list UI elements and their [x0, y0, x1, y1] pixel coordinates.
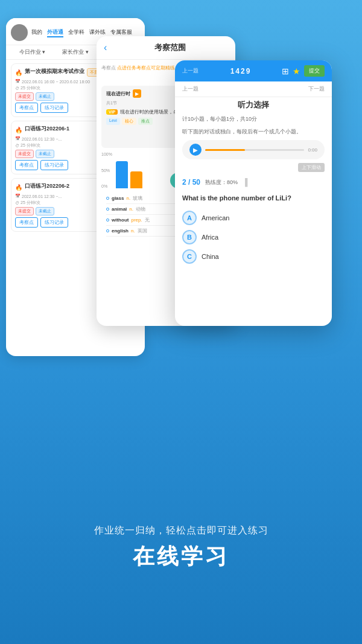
next-arrow[interactable]: 下一题 — [308, 85, 325, 93]
tab-waiyu[interactable]: 外语通 — [47, 28, 63, 37]
star-icon[interactable]: ★ — [293, 66, 300, 76]
submit-button[interactable]: 提交 — [304, 65, 325, 77]
vip-tag: VIP — [106, 109, 118, 115]
bullet-0 — [106, 197, 109, 200]
quiz-question: What is the phone number of LiLi? — [175, 190, 332, 206]
option-b[interactable]: B Africa — [182, 230, 325, 244]
observe-btn-1[interactable]: 考察点 — [15, 103, 38, 113]
quiz-progress: 2 / 50 熟练度：80% ▐ — [175, 174, 332, 190]
chart-bar-orange — [130, 171, 142, 188]
bullet-1 — [106, 208, 109, 211]
middle-title: 考察范围 — [112, 42, 228, 53]
practice-btn-3[interactable]: 练习记录 — [40, 217, 68, 228]
assignment-title-2: 口语练习202206-1 — [25, 125, 69, 133]
option-circle-b: B — [182, 230, 197, 244]
play-icon[interactable]: ▶ — [133, 89, 141, 98]
option-text-a: American — [202, 214, 229, 222]
fire-icon-2: 🔥 — [15, 127, 22, 133]
back-arrow-icon[interactable]: ‹ — [104, 42, 107, 53]
quiz-sub-description: 听下面的对话或独白，每段后有一个或几个小题。 — [175, 126, 332, 138]
audio-progress-bar — [205, 149, 304, 151]
middle-header: ‹ 考察范围 — [97, 36, 235, 60]
avatar — [11, 24, 28, 41]
option-a[interactable]: A American — [182, 211, 325, 225]
chart-bars — [116, 155, 142, 188]
quiz-header: 上一题 1 4 2 9 ⊞ ★ 提交 — [175, 60, 332, 81]
scroll-hint: 上下滑动 — [298, 163, 325, 172]
quiz-icons: ⊞ ★ 提交 — [282, 65, 325, 77]
audio-play-button[interactable]: ▶ — [189, 144, 202, 156]
chart-bar-blue — [116, 161, 128, 188]
tab-mine[interactable]: 我的 — [31, 28, 42, 37]
filter-today[interactable]: 今日作业 ▾ — [19, 48, 46, 56]
screen: 我的 外语通 全学科 课外练 专属客服 今日作业 ▾ 家长作业 ▾ 全部状态 ▾… — [0, 0, 362, 644]
quiz-num-4: 9 — [246, 67, 250, 75]
highlight-text: 点进任务考察点可定期精练 — [117, 65, 175, 71]
quiz-num-2: 4 — [235, 67, 240, 75]
option-c[interactable]: C China — [182, 249, 325, 264]
quiz-num-1: 1 — [230, 67, 235, 75]
filter-parent[interactable]: 家长作业 ▾ — [62, 48, 89, 56]
tab-extra[interactable]: 课外练 — [89, 28, 106, 37]
quiz-options: A American B Africa C China — [175, 207, 332, 272]
audio-time: 0:00 — [308, 147, 317, 153]
progress-bar-icon: ▐ — [243, 178, 248, 187]
grid-icon[interactable]: ⊞ — [282, 66, 289, 76]
audio-player[interactable]: ▶ 0:00 — [182, 140, 325, 159]
tab-allsubject[interactable]: 全学科 — [68, 28, 84, 37]
subtitle-text: 作业统一归纳，轻松点击即可进入练习 — [0, 524, 362, 537]
prev-arrow[interactable]: 上一题 — [182, 85, 198, 93]
bottom-section: 作业统一归纳，轻松点击即可进入练习 在线学习 — [0, 524, 362, 572]
mastery-text: 熟练度：80% — [205, 179, 238, 187]
chart-y-labels: 100% 50% 0% — [101, 152, 112, 188]
quiz-description: 计10小题，每小题1分，共10分 — [175, 113, 332, 126]
assignment-title-1: 第一次模拟期末考试作业 — [25, 68, 84, 75]
option-circle-a: A — [182, 211, 197, 225]
observe-btn-3[interactable]: 考察点 — [15, 217, 38, 228]
quiz-num-3: 2 — [241, 67, 245, 75]
quiz-section-title: 听力选择 — [175, 97, 332, 113]
bullet-3 — [106, 229, 109, 232]
fire-icon-1: 🔥 — [15, 69, 22, 76]
option-text-b: Africa — [202, 234, 218, 241]
section-label: 考察点 点进任务考察点可定期精练 — [101, 65, 175, 71]
practice-btn-2[interactable]: 练习记录 — [40, 160, 68, 170]
option-circle-c: C — [182, 249, 197, 264]
quiz-nav-arrows: 上一题 下一题 — [175, 81, 332, 97]
main-title: 在线学习 — [0, 542, 362, 572]
option-text-c: China — [202, 253, 219, 260]
fire-icon-3: 🔥 — [15, 184, 22, 191]
quiz-card: 上一题 1 4 2 9 ⊞ ★ 提交 上一题 下一题 听力选择 计10小题，每小… — [175, 60, 332, 326]
progress-number: 2 / 50 — [182, 178, 200, 187]
prev-label[interactable]: 上一题 — [182, 67, 198, 75]
quiz-nav: 上一题 — [182, 67, 198, 75]
observe-btn-2[interactable]: 考察点 — [15, 160, 38, 170]
audio-bar-fill — [205, 149, 245, 151]
bullet-2 — [106, 218, 109, 222]
practice-btn-1[interactable]: 练习记录 — [40, 103, 68, 113]
assignment-title-3: 口语练习202206-2 — [25, 182, 69, 190]
